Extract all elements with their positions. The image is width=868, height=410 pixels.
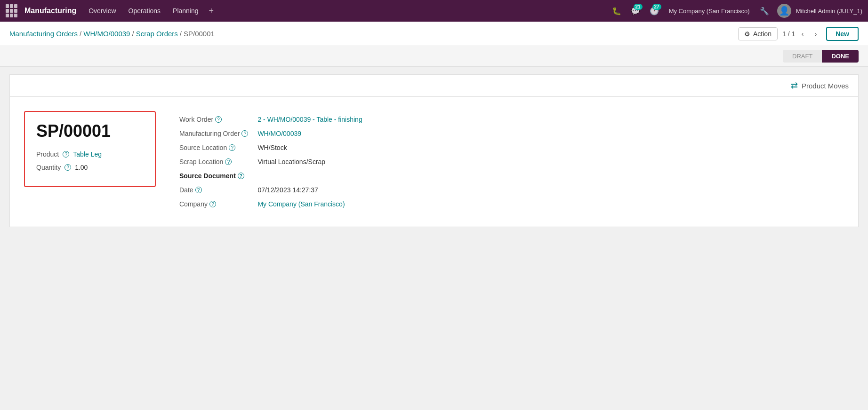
scrap-location-label: Scrap Location ?: [179, 158, 248, 166]
main-content: ⇄ Product Moves SP/00001 Product ? Table…: [0, 74, 868, 237]
breadcrumb-bar: Manufacturing Orders / WH/MO/00039 / Scr…: [0, 22, 868, 46]
breadcrumb-scrap-orders[interactable]: Scrap Orders: [136, 30, 178, 38]
breadcrumb-sep-2: /: [132, 30, 134, 38]
highlight-box: SP/00001 Product ? Table Leg Quantity ? …: [24, 111, 156, 187]
breadcrumb-mo[interactable]: WH/MO/00039: [83, 30, 130, 38]
breadcrumb-sep-3: /: [180, 30, 182, 38]
product-label: Product: [36, 150, 59, 158]
product-moves-bar: ⇄ Product Moves: [9, 74, 859, 96]
source-document-label: Source Document ?: [179, 172, 248, 180]
action-button[interactable]: ⚙ Action: [738, 27, 778, 40]
quantity-value: 1.00: [75, 164, 88, 171]
quantity-hint-icon[interactable]: ?: [64, 164, 71, 171]
transfer-icon: ⇄: [791, 80, 798, 91]
user-name[interactable]: Mitchell Admin (JULY_1): [796, 8, 862, 15]
pagination: 1 / 1 ‹ ›: [782, 28, 821, 39]
breadcrumb-current: SP/00001: [184, 30, 215, 38]
product-moves-label: Product Moves: [802, 82, 849, 90]
activities-icon[interactable]: 🕐 27: [646, 3, 662, 19]
gear-icon: ⚙: [744, 30, 750, 38]
nav-operations[interactable]: Operations: [124, 5, 165, 16]
messages-icon[interactable]: 💬 21: [627, 3, 643, 19]
form-card: SP/00001 Product ? Table Leg Quantity ? …: [9, 96, 859, 227]
form-left: SP/00001 Product ? Table Leg Quantity ? …: [24, 111, 165, 195]
date-hint-icon[interactable]: ?: [195, 187, 202, 193]
new-button[interactable]: New: [826, 27, 859, 41]
activities-badge: 27: [652, 4, 661, 10]
pagination-text: 1 / 1: [782, 30, 795, 38]
source-document-hint-icon[interactable]: ?: [238, 173, 244, 179]
product-hint-icon[interactable]: ?: [63, 151, 69, 158]
work-order-hint-icon[interactable]: ?: [215, 116, 222, 123]
scrap-location-hint-icon[interactable]: ?: [225, 158, 232, 165]
right-fields: Work Order ? 2 - WH/MO/00039 - Table - f…: [179, 116, 844, 208]
prev-page-button[interactable]: ‹: [797, 28, 808, 39]
form-layout: SP/00001 Product ? Table Leg Quantity ? …: [24, 111, 844, 208]
product-field-row: Product ? Table Leg: [36, 150, 144, 158]
manufacturing-order-label: Manufacturing Order ?: [179, 130, 248, 137]
debug-icon[interactable]: 🐛: [609, 3, 625, 19]
breadcrumb: Manufacturing Orders / WH/MO/00039 / Scr…: [9, 30, 738, 38]
product-moves-button[interactable]: ⇄ Product Moves: [791, 80, 849, 91]
settings-icon[interactable]: 🔧: [756, 3, 772, 19]
form-right: Work Order ? 2 - WH/MO/00039 - Table - f…: [179, 111, 844, 208]
company-label: Company ?: [179, 200, 248, 208]
date-label: Date ?: [179, 186, 248, 194]
status-done[interactable]: DONE: [822, 50, 859, 63]
top-navigation: Manufacturing Overview Operations Planni…: [0, 0, 868, 22]
source-location-label: Source Location ?: [179, 144, 248, 151]
messages-badge: 21: [634, 4, 643, 10]
quantity-field-row: Quantity ? 1.00: [36, 164, 144, 171]
next-page-button[interactable]: ›: [810, 28, 821, 39]
breadcrumb-actions: ⚙ Action 1 / 1 ‹ › New: [738, 27, 859, 41]
nav-overview[interactable]: Overview: [84, 5, 121, 16]
app-grid-icon[interactable]: [6, 4, 19, 17]
order-number: SP/00001: [36, 121, 144, 141]
work-order-value[interactable]: 2 - WH/MO/00039 - Table - finishing: [257, 116, 844, 123]
status-draft[interactable]: DRAFT: [783, 50, 822, 63]
nav-planning[interactable]: Planning: [168, 5, 203, 16]
status-bar: DRAFT DONE: [0, 46, 868, 67]
work-order-label: Work Order ?: [179, 116, 248, 123]
manufacturing-order-value[interactable]: WH/MO/00039: [257, 130, 844, 137]
breadcrumb-sep-1: /: [80, 30, 81, 38]
action-label: Action: [753, 30, 772, 38]
date-value: 07/12/2023 14:27:37: [257, 186, 844, 194]
app-name[interactable]: Manufacturing: [24, 7, 76, 15]
company-name[interactable]: My Company (San Francisco): [665, 8, 754, 15]
company-value[interactable]: My Company (San Francisco): [257, 200, 844, 208]
source-location-value: WH/Stock: [257, 144, 844, 151]
manufacturing-order-hint-icon[interactable]: ?: [241, 130, 248, 137]
company-hint-icon[interactable]: ?: [209, 201, 216, 207]
source-location-hint-icon[interactable]: ?: [229, 144, 235, 151]
scrap-location-value: Virtual Locations/Scrap: [257, 158, 844, 166]
quantity-label: Quantity: [36, 164, 61, 171]
product-value[interactable]: Table Leg: [73, 150, 102, 158]
avatar[interactable]: 👤: [777, 4, 791, 18]
breadcrumb-manufacturing-orders[interactable]: Manufacturing Orders: [9, 30, 78, 38]
nav-add-menu[interactable]: +: [206, 6, 217, 16]
